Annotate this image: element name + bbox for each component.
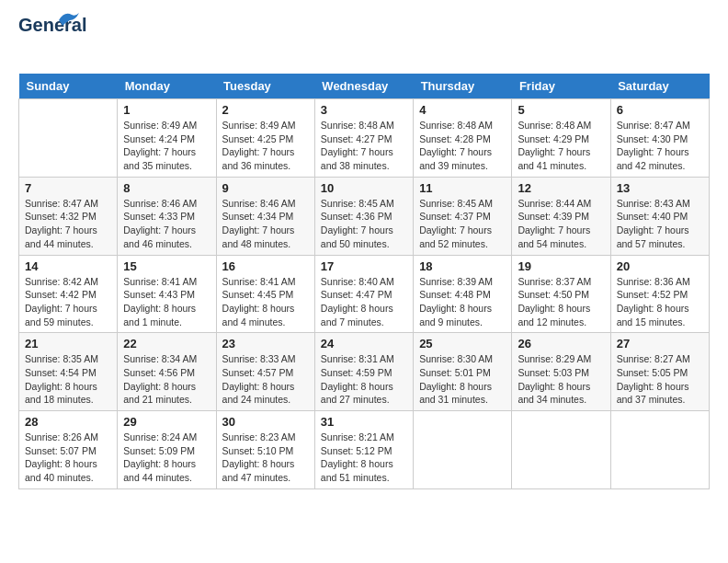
calendar-cell: 7Sunrise: 8:47 AMSunset: 4:32 PMDaylight…	[19, 177, 118, 255]
cell-info: Sunrise: 8:24 AMSunset: 5:09 PMDaylight:…	[123, 431, 210, 485]
calendar-cell: 1Sunrise: 8:49 AMSunset: 4:24 PMDaylight…	[118, 99, 216, 178]
calendar-cell: 12Sunrise: 8:44 AMSunset: 4:39 PMDayligh…	[512, 177, 610, 255]
date-number: 27	[617, 337, 703, 350]
date-number: 13	[617, 181, 703, 195]
day-header-thursday: Thursday	[414, 74, 512, 99]
cell-info: Sunrise: 8:23 AMSunset: 5:10 PMDaylight:…	[222, 431, 309, 485]
cell-info: Sunrise: 8:49 AMSunset: 4:25 PMDaylight:…	[222, 119, 309, 173]
calendar-cell	[512, 411, 610, 489]
calendar-cell: 9Sunrise: 8:46 AMSunset: 4:34 PMDaylight…	[216, 177, 314, 255]
day-header-monday: Monday	[118, 74, 216, 99]
date-number: 1	[123, 103, 210, 117]
day-header-tuesday: Tuesday	[216, 74, 314, 99]
date-number: 17	[321, 259, 407, 273]
cell-info: Sunrise: 8:49 AMSunset: 4:24 PMDaylight:…	[123, 119, 210, 173]
cell-info: Sunrise: 8:47 AMSunset: 4:32 PMDaylight:…	[25, 197, 111, 251]
calendar-cell: 29Sunrise: 8:24 AMSunset: 5:09 PMDayligh…	[118, 411, 216, 489]
calendar-cell: 23Sunrise: 8:33 AMSunset: 4:57 PMDayligh…	[216, 333, 314, 411]
calendar-cell: 14Sunrise: 8:42 AMSunset: 4:42 PMDayligh…	[19, 255, 118, 333]
date-number: 31	[321, 415, 407, 429]
cell-info: Sunrise: 8:36 AMSunset: 4:52 PMDaylight:…	[617, 275, 703, 329]
day-header-sunday: Sunday	[19, 74, 118, 99]
cell-info: Sunrise: 8:40 AMSunset: 4:47 PMDaylight:…	[321, 275, 407, 329]
cell-info: Sunrise: 8:29 AMSunset: 5:03 PMDaylight:…	[518, 352, 604, 407]
date-number: 11	[419, 181, 506, 195]
cell-info: Sunrise: 8:35 AMSunset: 4:54 PMDaylight:…	[25, 352, 111, 407]
calendar-cell: 22Sunrise: 8:34 AMSunset: 4:56 PMDayligh…	[118, 333, 216, 411]
cell-info: Sunrise: 8:48 AMSunset: 4:28 PMDaylight:…	[419, 119, 506, 173]
calendar-cell: 24Sunrise: 8:31 AMSunset: 4:59 PMDayligh…	[314, 333, 413, 411]
date-number: 20	[617, 259, 703, 273]
date-number: 29	[123, 415, 210, 429]
calendar-cell: 28Sunrise: 8:26 AMSunset: 5:07 PMDayligh…	[19, 411, 118, 489]
cell-info: Sunrise: 8:34 AMSunset: 4:56 PMDaylight:…	[123, 352, 210, 407]
calendar-cell: 26Sunrise: 8:29 AMSunset: 5:03 PMDayligh…	[512, 333, 610, 411]
calendar-cell	[414, 411, 512, 489]
logo-bird-icon	[55, 9, 81, 29]
calendar-cell: 4Sunrise: 8:48 AMSunset: 4:28 PMDaylight…	[414, 99, 512, 178]
date-number: 19	[518, 259, 604, 273]
calendar-cell: 19Sunrise: 8:37 AMSunset: 4:50 PMDayligh…	[512, 255, 610, 333]
logo: General	[18, 15, 64, 64]
date-number: 24	[321, 337, 407, 350]
cell-info: Sunrise: 8:41 AMSunset: 4:45 PMDaylight:…	[222, 275, 309, 329]
cell-info: Sunrise: 8:27 AMSunset: 5:05 PMDaylight:…	[617, 352, 703, 407]
calendar-cell: 5Sunrise: 8:48 AMSunset: 4:29 PMDaylight…	[512, 99, 610, 178]
calendar-cell: 18Sunrise: 8:39 AMSunset: 4:48 PMDayligh…	[414, 255, 512, 333]
calendar-cell: 11Sunrise: 8:45 AMSunset: 4:37 PMDayligh…	[414, 177, 512, 255]
day-header-friday: Friday	[512, 74, 610, 99]
day-header-saturday: Saturday	[610, 74, 709, 99]
cell-info: Sunrise: 8:39 AMSunset: 4:48 PMDaylight:…	[419, 275, 506, 329]
date-number: 22	[123, 337, 210, 350]
cell-info: Sunrise: 8:43 AMSunset: 4:40 PMDaylight:…	[617, 197, 703, 251]
calendar-cell: 10Sunrise: 8:45 AMSunset: 4:36 PMDayligh…	[314, 177, 413, 255]
cell-info: Sunrise: 8:37 AMSunset: 4:50 PMDaylight:…	[518, 275, 604, 329]
date-number: 2	[222, 103, 309, 117]
calendar-cell	[19, 99, 118, 178]
page-header: General	[18, 15, 710, 64]
date-number: 18	[419, 259, 506, 273]
calendar-cell: 21Sunrise: 8:35 AMSunset: 4:54 PMDayligh…	[19, 333, 118, 411]
date-number: 4	[419, 103, 506, 117]
date-number: 6	[617, 103, 703, 117]
date-number: 10	[321, 181, 407, 195]
cell-info: Sunrise: 8:30 AMSunset: 5:01 PMDaylight:…	[419, 352, 506, 407]
date-number: 21	[25, 337, 111, 350]
date-number: 5	[518, 103, 604, 117]
date-number: 16	[222, 259, 309, 273]
calendar-cell: 20Sunrise: 8:36 AMSunset: 4:52 PMDayligh…	[610, 255, 709, 333]
cell-info: Sunrise: 8:46 AMSunset: 4:33 PMDaylight:…	[123, 197, 210, 251]
date-number: 14	[25, 259, 111, 273]
date-number: 3	[321, 103, 407, 117]
cell-info: Sunrise: 8:48 AMSunset: 4:29 PMDaylight:…	[518, 119, 604, 173]
calendar-cell: 30Sunrise: 8:23 AMSunset: 5:10 PMDayligh…	[216, 411, 314, 489]
cell-info: Sunrise: 8:45 AMSunset: 4:37 PMDaylight:…	[419, 197, 506, 251]
cell-info: Sunrise: 8:26 AMSunset: 5:07 PMDaylight:…	[25, 431, 111, 485]
calendar-cell: 8Sunrise: 8:46 AMSunset: 4:33 PMDaylight…	[118, 177, 216, 255]
cell-info: Sunrise: 8:44 AMSunset: 4:39 PMDaylight:…	[518, 197, 604, 251]
cell-info: Sunrise: 8:45 AMSunset: 4:36 PMDaylight:…	[321, 197, 407, 251]
cell-info: Sunrise: 8:21 AMSunset: 5:12 PMDaylight:…	[321, 431, 407, 485]
date-number: 9	[222, 181, 309, 195]
date-number: 12	[518, 181, 604, 195]
calendar-cell: 6Sunrise: 8:47 AMSunset: 4:30 PMDaylight…	[610, 99, 709, 178]
cell-info: Sunrise: 8:46 AMSunset: 4:34 PMDaylight:…	[222, 197, 309, 251]
calendar-table: SundayMondayTuesdayWednesdayThursdayFrid…	[18, 74, 710, 489]
calendar-cell: 16Sunrise: 8:41 AMSunset: 4:45 PMDayligh…	[216, 255, 314, 333]
cell-info: Sunrise: 8:41 AMSunset: 4:43 PMDaylight:…	[123, 275, 210, 329]
date-number: 8	[123, 181, 210, 195]
cell-info: Sunrise: 8:33 AMSunset: 4:57 PMDaylight:…	[222, 352, 309, 407]
calendar-cell: 27Sunrise: 8:27 AMSunset: 5:05 PMDayligh…	[610, 333, 709, 411]
date-number: 7	[25, 181, 111, 195]
calendar-cell: 15Sunrise: 8:41 AMSunset: 4:43 PMDayligh…	[118, 255, 216, 333]
calendar-cell: 25Sunrise: 8:30 AMSunset: 5:01 PMDayligh…	[414, 333, 512, 411]
cell-info: Sunrise: 8:48 AMSunset: 4:27 PMDaylight:…	[321, 119, 407, 173]
date-number: 28	[25, 415, 111, 429]
date-number: 26	[518, 337, 604, 350]
date-number: 30	[222, 415, 309, 429]
calendar-cell	[610, 411, 709, 489]
calendar-cell: 2Sunrise: 8:49 AMSunset: 4:25 PMDaylight…	[216, 99, 314, 178]
date-number: 15	[123, 259, 210, 273]
date-number: 25	[419, 337, 506, 350]
cell-info: Sunrise: 8:47 AMSunset: 4:30 PMDaylight:…	[617, 119, 703, 173]
